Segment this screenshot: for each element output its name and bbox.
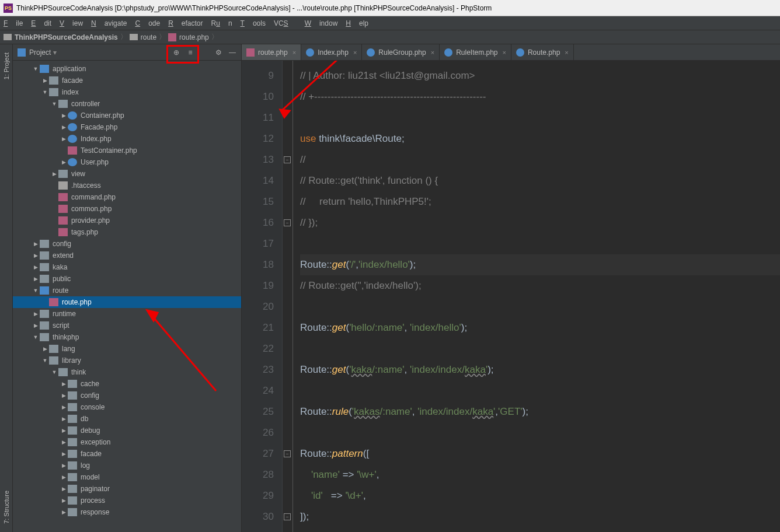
arrow-closed-icon[interactable]: [60, 416, 68, 422]
editor-tab[interactable]: Index.php×: [301, 44, 362, 60]
code-line[interactable]: // });: [300, 212, 780, 233]
arrow-closed-icon[interactable]: [60, 439, 68, 445]
tree-item[interactable]: route.php: [13, 296, 241, 308]
tree-item[interactable]: exception: [13, 436, 241, 448]
tree-item[interactable]: script: [13, 320, 241, 331]
tree-item[interactable]: library: [13, 355, 241, 366]
arrow-closed-icon[interactable]: [60, 404, 68, 410]
close-icon[interactable]: ×: [565, 49, 568, 56]
fold-toggle-icon[interactable]: −: [284, 450, 291, 457]
code-line[interactable]: [300, 296, 780, 317]
arrow-closed-icon[interactable]: [60, 498, 68, 503]
tree-item[interactable]: db: [13, 413, 241, 425]
tree-item[interactable]: thinkphp: [13, 331, 241, 343]
tree-item[interactable]: Index.php: [13, 133, 241, 145]
menu-code[interactable]: Code: [135, 19, 160, 27]
tool-tab-project[interactable]: 1: Project: [3, 52, 10, 79]
settings-slider-icon[interactable]: ≡: [186, 48, 194, 57]
code-line[interactable]: // +------------------------------------…: [300, 86, 780, 107]
code-line[interactable]: Route::get('/','index/hello');: [300, 254, 780, 275]
arrow-closed-icon[interactable]: [32, 241, 40, 247]
code-line[interactable]: // return 'hello,ThinkPHP5!';: [300, 191, 780, 212]
tree-item[interactable]: lang: [13, 343, 241, 355]
close-icon[interactable]: ×: [353, 49, 357, 56]
code-line[interactable]: // Route::get('think', function () {: [300, 170, 780, 191]
tree-item[interactable]: facade: [13, 448, 241, 460]
tree-item[interactable]: common.php: [13, 203, 241, 215]
code-line[interactable]: //: [300, 149, 780, 170]
editor-tab[interactable]: Route.php×: [511, 44, 574, 60]
close-icon[interactable]: ×: [431, 49, 434, 56]
code-line[interactable]: [300, 422, 780, 443]
arrow-closed-icon[interactable]: [32, 323, 40, 328]
arrow-open-icon[interactable]: [50, 369, 58, 375]
fold-toggle-icon[interactable]: −: [284, 219, 291, 226]
code-line[interactable]: [300, 380, 780, 401]
editor-tab[interactable]: route.php×: [242, 44, 301, 60]
code-line[interactable]: 'id' => '\d+',: [300, 485, 780, 506]
menu-help[interactable]: Help: [346, 19, 368, 27]
fold-toggle-icon[interactable]: −: [284, 513, 291, 520]
arrow-closed-icon[interactable]: [60, 428, 68, 433]
menu-edit[interactable]: Edit: [31, 19, 51, 27]
tree-item[interactable]: runtime: [13, 308, 241, 320]
tree-item[interactable]: TestContainer.php: [13, 145, 241, 156]
tree-item[interactable]: application: [13, 63, 241, 75]
arrow-closed-icon[interactable]: [32, 311, 40, 317]
tree-item[interactable]: response: [13, 506, 241, 518]
gear-icon[interactable]: ⚙: [214, 48, 222, 57]
arrow-closed-icon[interactable]: [32, 276, 40, 282]
tree-item[interactable]: facade: [13, 75, 241, 86]
arrow-closed-icon[interactable]: [60, 393, 68, 398]
breadcrumb-route[interactable]: route: [130, 33, 156, 41]
menu-vcs[interactable]: VCS: [274, 19, 297, 27]
menu-run[interactable]: Run: [211, 19, 232, 27]
project-selector[interactable]: Project ▾: [18, 48, 172, 57]
arrow-closed-icon[interactable]: [50, 171, 58, 177]
project-tree[interactable]: applicationfacadeindexcontrollerContaine…: [13, 61, 241, 532]
menu-file[interactable]: File: [4, 19, 23, 27]
menu-window[interactable]: Window: [305, 19, 338, 27]
tree-item[interactable]: log: [13, 460, 241, 471]
tree-item[interactable]: index: [13, 86, 241, 98]
menu-refactor[interactable]: Refactor: [168, 19, 203, 27]
arrow-open-icon[interactable]: [50, 101, 58, 107]
tree-item[interactable]: User.php: [13, 156, 241, 168]
code-line[interactable]: use think\facade\Route;: [300, 128, 780, 149]
editor-tab[interactable]: RuleItem.php×: [440, 44, 511, 60]
code-line[interactable]: // Route::get('','index/hello');: [300, 275, 780, 296]
arrow-open-icon[interactable]: [41, 89, 49, 95]
code-line[interactable]: Route::get('hello/:name', 'index/hello')…: [300, 317, 780, 338]
code-line[interactable]: 'name' => '\w+',: [300, 464, 780, 485]
arrow-closed-icon[interactable]: [41, 346, 49, 352]
menu-navigate[interactable]: Navigate: [91, 19, 127, 27]
tree-item[interactable]: console: [13, 401, 241, 413]
breadcrumb-file[interactable]: route.php: [168, 33, 209, 41]
arrow-closed-icon[interactable]: [60, 124, 68, 130]
menu-view[interactable]: View: [60, 19, 83, 27]
arrow-closed-icon[interactable]: [32, 253, 40, 258]
arrow-closed-icon[interactable]: [60, 113, 68, 118]
code-line[interactable]: [300, 338, 780, 359]
arrow-closed-icon[interactable]: [60, 451, 68, 457]
tree-item[interactable]: Facade.php: [13, 121, 241, 133]
tree-item[interactable]: .htaccess: [13, 180, 241, 191]
close-icon[interactable]: ×: [503, 49, 506, 56]
code-line[interactable]: [300, 107, 780, 128]
tree-item[interactable]: tags.php: [13, 226, 241, 238]
arrow-closed-icon[interactable]: [41, 78, 49, 83]
arrow-closed-icon[interactable]: [60, 381, 68, 387]
arrow-open-icon[interactable]: [32, 66, 40, 72]
tree-item[interactable]: public: [13, 273, 241, 285]
close-icon[interactable]: ×: [292, 49, 296, 56]
arrow-open-icon[interactable]: [32, 334, 40, 340]
tool-tab-structure[interactable]: 7: Structure: [3, 491, 10, 524]
tree-item[interactable]: think: [13, 366, 241, 378]
tree-item[interactable]: route: [13, 285, 241, 296]
tree-item[interactable]: view: [13, 168, 241, 180]
arrow-closed-icon[interactable]: [60, 159, 68, 165]
arrow-closed-icon[interactable]: [60, 463, 68, 468]
tree-item[interactable]: paginator: [13, 483, 241, 495]
tree-item[interactable]: debug: [13, 425, 241, 436]
arrow-open-icon[interactable]: [41, 358, 49, 363]
